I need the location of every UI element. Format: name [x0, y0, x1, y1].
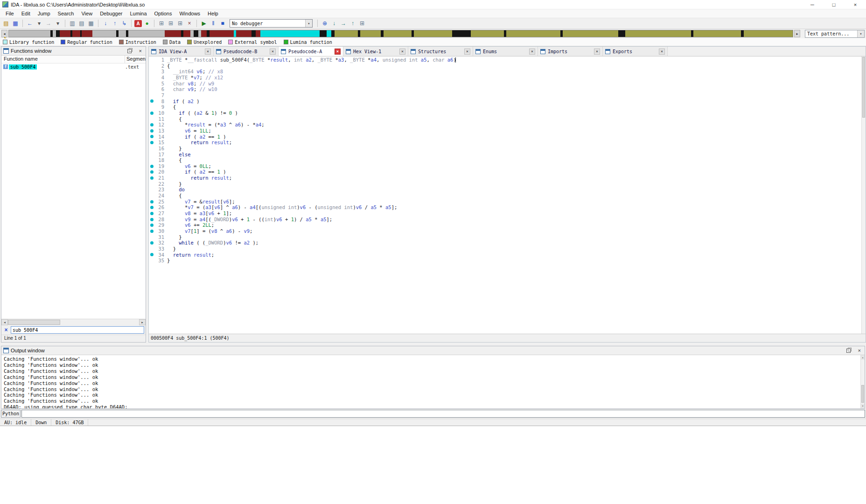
attach-process-icon[interactable]: ⊕ [321, 19, 329, 28]
output-vscroll-thumb[interactable] [861, 385, 864, 403]
breakpoint-icon[interactable] [150, 206, 154, 209]
menu-windows[interactable]: Windows [175, 10, 204, 17]
breakpoint-column[interactable] [149, 104, 155, 110]
breakpoint-icon[interactable] [150, 112, 154, 115]
breakpoint-column[interactable] [149, 86, 155, 92]
breakpoint-column[interactable] [149, 240, 155, 246]
hscroll-left-icon[interactable]: ◂ [1, 319, 8, 325]
code-line[interactable]: 30 v7[1] = (v8 ^ a6) - v9; [149, 228, 861, 234]
breakpoint-column[interactable] [149, 181, 155, 187]
code-line[interactable]: 13 v6 = 1LL; [149, 128, 861, 134]
breakpoint-icon[interactable] [150, 224, 154, 227]
debugger-windows-icon[interactable]: ⊞ [358, 19, 366, 28]
copy-name-icon[interactable]: ▥ [68, 19, 77, 28]
menu-debugger[interactable]: Debugger [96, 10, 126, 17]
tab-close-icon[interactable]: × [594, 49, 600, 55]
maximize-icon[interactable]: □ [823, 0, 845, 9]
breakpoint-column[interactable] [149, 175, 155, 181]
code-vscrollbar[interactable] [861, 56, 866, 334]
text-pattern-combo[interactable]: Text pattern... ▾ [805, 30, 865, 38]
breakpoint-column[interactable] [149, 146, 155, 152]
open-file-icon[interactable]: ▤ [2, 19, 10, 28]
breakpoint-column[interactable] [149, 75, 155, 81]
navigation-band[interactable] [8, 30, 793, 37]
code-line[interactable]: 1_BYTE *__fastcall sub_500F4(_BYTE *resu… [149, 57, 861, 63]
functions-filter-input[interactable] [11, 326, 144, 334]
code-line[interactable]: 10 if ( (a2 & 1) != 0 ) [149, 110, 861, 116]
breakpoint-icon[interactable] [150, 170, 154, 174]
breakpoint-icon[interactable] [150, 129, 154, 133]
menu-file[interactable]: File [2, 10, 18, 17]
function-name-cell[interactable]: fsub_500F4 [3, 64, 125, 70]
code-line[interactable]: 16 } [149, 146, 861, 152]
breakpoint-icon[interactable] [150, 200, 154, 203]
breakpoint-column[interactable] [149, 258, 155, 264]
tab-close-icon[interactable]: × [659, 49, 665, 55]
menu-lumina[interactable]: Lumina [126, 10, 150, 17]
code-line[interactable]: 4 _BYTE *v7; // x12 [149, 75, 861, 81]
breakpoint-icon[interactable] [150, 176, 154, 180]
code-line[interactable]: 3 __int64 v6; // x8 [149, 69, 861, 75]
code-line[interactable]: 28 v9 = a4[(_DWORD)v6 + 1 - ((int)v6 + 1… [149, 217, 861, 223]
code-line[interactable]: 32 while ( (_DWORD)v6 != a2 ); [149, 240, 861, 246]
code-line[interactable]: 14 if ( a2 == 1 ) [149, 134, 861, 140]
breakpoint-column[interactable] [149, 110, 155, 116]
hscroll-right-icon[interactable]: ▸ [139, 319, 146, 325]
chevron-down-icon[interactable]: ▾ [305, 20, 312, 27]
tab-pseudocode-a[interactable]: Pseudocode-A× [279, 47, 343, 56]
panel-close-icon[interactable]: × [139, 49, 142, 53]
pause-process-icon[interactable]: ‖ [209, 19, 217, 28]
code-line[interactable]: 8 if ( a2 ) [149, 98, 861, 105]
filter-clear-icon[interactable]: × [3, 327, 9, 333]
code-line[interactable]: 17 else [149, 152, 861, 158]
breakpoint-column[interactable] [149, 199, 155, 205]
navigate-forward-history-icon[interactable]: ▾ [54, 19, 62, 28]
tab-imports[interactable]: Imports× [538, 47, 603, 56]
code-line[interactable]: 19 v6 = 0LL; [149, 163, 861, 169]
breakpoint-icon[interactable] [150, 253, 154, 256]
breakpoint-column[interactable] [149, 140, 155, 146]
breakpoint-column[interactable] [149, 92, 155, 98]
breakpoint-column[interactable] [149, 193, 155, 199]
code-line[interactable]: 21 return result; [149, 175, 861, 181]
tab-close-icon[interactable]: × [205, 49, 211, 55]
pseudocode-view[interactable]: 1_BYTE *__fastcall sub_500F4(_BYTE *resu… [149, 56, 866, 334]
panel-restore-icon[interactable] [127, 49, 132, 53]
jump-prev-address-icon[interactable]: ↑ [111, 19, 119, 28]
breakpoint-column[interactable] [149, 98, 155, 105]
breakpoint-column[interactable] [149, 69, 155, 75]
tab-hex-view-1[interactable]: Hex View-1× [343, 47, 408, 56]
code-line[interactable]: 33 } [149, 246, 861, 252]
code-line[interactable]: 2{ [149, 63, 861, 69]
breakpoint-icon[interactable] [150, 218, 154, 221]
tab-structures[interactable]: Structures× [408, 47, 473, 56]
code-line[interactable]: 9 { [149, 104, 861, 110]
breakpoint-icon[interactable] [150, 99, 154, 103]
save-file-icon[interactable]: ▦ [11, 19, 20, 28]
breakpoint-column[interactable] [149, 228, 155, 234]
functions-hscrollbar[interactable]: ◂ ▸ [1, 319, 146, 325]
code-line[interactable]: 25 v7 = &result[v6]; [149, 199, 861, 205]
breakpoint-column[interactable] [149, 163, 155, 169]
breakpoint-column[interactable] [149, 157, 155, 163]
chevron-down-icon[interactable]: ▾ [857, 30, 864, 37]
stop-process-icon[interactable]: ■ [218, 19, 227, 28]
code-line[interactable]: 27 v8 = a3[v6 + 1]; [149, 210, 861, 217]
breakpoint-icon[interactable] [150, 141, 154, 144]
open-subview-1-icon[interactable]: ⊞ [157, 19, 166, 28]
code-line[interactable]: 26 *v7 = (a3[v6] ^ a6) - a4[(unsigned in… [149, 204, 861, 210]
breakpoint-column[interactable] [149, 116, 155, 122]
breakpoint-column[interactable] [149, 204, 155, 210]
breakpoint-column[interactable] [149, 217, 155, 223]
output-scroll-down-icon[interactable]: ▾ [861, 404, 865, 408]
code-line[interactable]: 15 return result; [149, 140, 861, 146]
jump-next-address-icon[interactable]: ↓ [101, 19, 110, 28]
breakpoint-column[interactable] [149, 63, 155, 69]
code-line[interactable]: 12 *result = (*a3 ^ a6) - *a4; [149, 122, 861, 128]
code-line[interactable]: 6 char v9; // w10 [149, 86, 861, 92]
breakpoint-column[interactable] [149, 134, 155, 140]
code-line[interactable]: 5 char v8; // w9 [149, 81, 861, 87]
tab-close-icon[interactable]: × [335, 49, 341, 55]
breakpoint-column[interactable] [149, 128, 155, 134]
code-line[interactable]: 11 { [149, 116, 861, 122]
